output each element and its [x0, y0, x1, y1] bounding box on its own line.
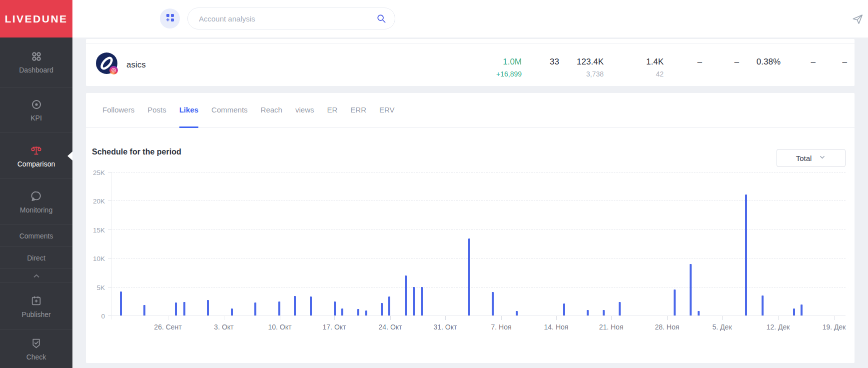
chart-plot: 25K20K15K10K5K026. Сент3. Окт10. Окт17. …: [111, 172, 846, 316]
sidebar-collapse-button[interactable]: [0, 269, 72, 283]
chart-x-tick: [390, 316, 391, 320]
sidebar-item-dashboard[interactable]: Dashboard: [0, 38, 72, 88]
chart-bar[interactable]: [674, 290, 676, 316]
chart-x-tick-label: 10. Окт: [268, 323, 291, 331]
sidebar-item-label: KPI: [30, 114, 42, 122]
chart-x-tick-label: 31. Окт: [434, 323, 457, 331]
stat-er: 0.38%: [757, 56, 781, 68]
sidebar-item-direct[interactable]: Direct: [0, 247, 72, 269]
sidebar-item-label: Comparison: [17, 160, 55, 168]
metric-tabs: Followers Posts Likes Comments Reach vie…: [86, 93, 855, 128]
chart-bar[interactable]: [698, 311, 700, 316]
sidebar: LIVEDUNE Dashboard KPI Comparison: [0, 0, 72, 368]
chart-bar[interactable]: [120, 292, 122, 316]
account-avatar[interactable]: [96, 52, 117, 74]
tab-err[interactable]: ERR: [350, 93, 366, 128]
chart-y-tick-label: 20K: [78, 198, 105, 205]
tab-erv[interactable]: ERV: [379, 93, 395, 128]
account-search: [187, 8, 395, 30]
add-widget-button[interactable]: [160, 8, 180, 28]
sidebar-item-monitoring[interactable]: Monitoring: [0, 179, 72, 225]
chart-y-tick-label: 15K: [78, 226, 105, 234]
chart-bar[interactable]: [175, 302, 177, 316]
search-icon[interactable]: [376, 14, 387, 24]
chart-x-tick-label: 12. Дек: [767, 323, 790, 331]
chart-bar[interactable]: [365, 310, 367, 316]
chart-bar[interactable]: [381, 303, 383, 316]
comparison-scales-icon: [30, 144, 42, 156]
chart-bar[interactable]: [745, 194, 747, 316]
account-table-card: asics 1.0M +16,899 33 123.4K 3,738 1.4K …: [86, 39, 855, 86]
tab-likes[interactable]: Likes: [179, 93, 198, 128]
tab-followers[interactable]: Followers: [102, 93, 134, 128]
chart-bar[interactable]: [468, 238, 470, 316]
chart-bar[interactable]: [619, 302, 621, 316]
dashboard-grid-icon: [30, 50, 42, 62]
chart-bar[interactable]: [413, 287, 415, 316]
chart-x-tick: [224, 316, 224, 320]
chart-bar[interactable]: [143, 305, 145, 316]
chart-bar[interactable]: [563, 304, 565, 316]
stat-comments: 1.4K 42: [646, 56, 664, 79]
chart-bar[interactable]: [334, 302, 336, 316]
sidebar-item-check[interactable]: Check: [0, 330, 72, 368]
sidebar-item-comments[interactable]: Comments: [0, 225, 72, 247]
chart-x-tick-label: 7. Ноя: [491, 323, 511, 331]
chart-x-tick-label: 21. Ноя: [599, 323, 624, 331]
search-input[interactable]: [188, 14, 376, 23]
total-dropdown[interactable]: Total: [777, 149, 846, 167]
chart-x-tick-label: 5. Дек: [713, 323, 732, 331]
sidebar-item-label: Publisher: [21, 310, 50, 318]
stat-err: –: [811, 56, 816, 68]
chart-bar[interactable]: [405, 276, 407, 316]
tab-comments[interactable]: Comments: [211, 93, 248, 128]
sidebar-item-publisher[interactable]: Publisher: [0, 283, 72, 330]
chart-x-tick-label: 26. Сент: [154, 323, 181, 331]
chart-bar[interactable]: [254, 302, 256, 316]
sidebar-item-label: Check: [26, 353, 46, 361]
chart-bar[interactable]: [341, 308, 343, 316]
active-item-arrow: [67, 152, 72, 160]
chart-bar[interactable]: [762, 296, 764, 316]
tab-reach[interactable]: Reach: [261, 93, 282, 128]
chart-bar[interactable]: [793, 308, 795, 316]
topbar: EK: [72, 0, 868, 38]
chevron-down-icon: [819, 154, 826, 162]
chart-x-tick: [334, 316, 335, 320]
chart-bar[interactable]: [357, 309, 359, 316]
chart-bar[interactable]: [278, 302, 280, 316]
send-icon[interactable]: [851, 12, 864, 28]
chart-bar[interactable]: [388, 296, 390, 316]
chart-gridline: [111, 172, 846, 172]
stat-erv: –: [843, 56, 847, 68]
chart-bar[interactable]: [801, 304, 803, 316]
chart-bar[interactable]: [294, 296, 296, 316]
row-divider: [86, 43, 855, 44]
sidebar-item-label: Monitoring: [20, 206, 52, 214]
chart-bar[interactable]: [207, 300, 209, 316]
chart-bar[interactable]: [492, 292, 494, 316]
chart-y-tick: [108, 316, 111, 316]
chart-bar[interactable]: [587, 310, 589, 316]
sidebar-item-kpi[interactable]: KPI: [0, 88, 72, 133]
sidebar-item-comparison[interactable]: Comparison: [0, 133, 72, 179]
check-shield-icon: [30, 337, 42, 350]
chart-bar[interactable]: [516, 311, 518, 316]
chart-bar[interactable]: [690, 264, 692, 316]
chart-x-tick-label: 14. Ноя: [544, 323, 569, 331]
account-name[interactable]: asics: [126, 60, 146, 70]
tab-posts[interactable]: Posts: [147, 93, 166, 128]
chart-y-axis: [111, 172, 111, 320]
stat-likes: 123.4K 3,738: [577, 56, 604, 79]
chart-bar[interactable]: [421, 287, 423, 316]
chart-bar[interactable]: [231, 308, 233, 316]
chart-x-tick-label: 3. Окт: [214, 323, 233, 331]
stat-reach: –: [698, 56, 702, 68]
chart-bar[interactable]: [603, 310, 605, 316]
livedune-logo[interactable]: LIVEDUNE: [0, 0, 72, 38]
total-dropdown-value: Total: [796, 154, 812, 162]
chart-bar[interactable]: [310, 296, 312, 316]
tab-er[interactable]: ER: [327, 93, 337, 128]
chart-bar[interactable]: [183, 302, 185, 316]
tab-views[interactable]: views: [295, 93, 314, 128]
